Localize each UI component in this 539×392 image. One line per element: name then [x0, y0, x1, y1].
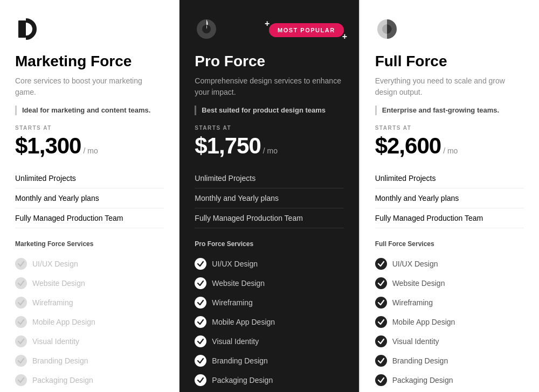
logo-area: MOST POPULAR [195, 17, 343, 43]
service-name: Branding Design [212, 356, 268, 365]
starts-at-label: STARTS AT [15, 125, 164, 131]
svg-rect-0 [18, 20, 26, 38]
service-item: Visual Identity [15, 332, 164, 351]
check-disabled-icon [15, 374, 27, 386]
check-enabled-icon [195, 297, 206, 309]
service-item: Packaging Design [15, 370, 164, 390]
logo-area [15, 17, 164, 43]
check-enabled-icon [375, 297, 387, 309]
price-row: $2,600/ mo [375, 133, 524, 159]
service-name: Website Design [392, 279, 445, 288]
service-name: Visual Identity [392, 337, 439, 346]
feature-item: Unlimited Projects [375, 169, 524, 188]
plan-card-marketing-force: Marketing ForceCore services to boost yo… [0, 0, 179, 392]
check-enabled-icon [375, 277, 387, 289]
plan-tagline: Best suited for product design teams [195, 106, 343, 115]
logo-area [375, 17, 524, 43]
service-item: UI/UX Design [375, 254, 524, 274]
check-enabled-icon [375, 316, 387, 328]
check-enabled-icon [195, 335, 206, 347]
plan-description: Comprehensive design services to enhance… [195, 75, 343, 98]
check-enabled-icon [195, 277, 206, 289]
features-list: Unlimited ProjectsMonthly and Yearly pla… [15, 169, 164, 228]
check-enabled-icon [195, 258, 206, 270]
features-list: Unlimited ProjectsMonthly and Yearly pla… [195, 169, 343, 228]
service-name: Wireframing [392, 298, 433, 307]
plan-card-pro-force: MOST POPULARPro ForceComprehensive desig… [179, 0, 359, 392]
features-list: Unlimited ProjectsMonthly and Yearly pla… [375, 169, 524, 228]
service-name: Branding Design [392, 356, 448, 365]
plan-tagline: Ideal for marketing and content teams. [15, 106, 164, 115]
service-name: Packaging Design [32, 376, 93, 384]
feature-item: Unlimited Projects [15, 169, 164, 188]
most-popular-badge: MOST POPULAR [269, 23, 344, 37]
service-item: Branding Design [195, 351, 343, 370]
service-name: Visual Identity [212, 337, 259, 346]
service-name: Wireframing [212, 298, 252, 307]
plan-description: Everything you need to scale and grow de… [375, 75, 524, 98]
check-enabled-icon [195, 355, 206, 367]
service-name: Packaging Design [212, 376, 273, 384]
service-item: Website Design [15, 274, 164, 293]
check-enabled-icon [195, 316, 206, 328]
check-enabled-icon [195, 374, 206, 386]
service-item: Digital Ads [195, 390, 343, 392]
service-item: Digital Ads [15, 390, 164, 392]
check-disabled-icon [15, 277, 27, 289]
price-period: / mo [263, 146, 278, 155]
service-item: Mobile App Design [195, 312, 343, 332]
services-label: Marketing Force Services [15, 240, 164, 248]
service-item: Packaging Design [375, 370, 524, 390]
service-item: Branding Design [15, 351, 164, 370]
plan-tagline: Enterprise and fast-growing teams. [375, 106, 524, 115]
service-name: UI/UX Design [32, 260, 78, 268]
check-disabled-icon [15, 335, 27, 347]
price-amount: $1,750 [195, 133, 260, 159]
service-name: Website Design [32, 279, 85, 288]
check-enabled-icon [375, 355, 387, 367]
service-name: Mobile App Design [392, 318, 455, 326]
service-item: Wireframing [375, 293, 524, 312]
price-period: / mo [443, 146, 458, 155]
price-amount: $2,600 [375, 133, 441, 159]
price-row: $1,750/ mo [195, 133, 343, 159]
service-name: Wireframing [32, 298, 73, 307]
check-disabled-icon [15, 258, 27, 270]
service-name: Mobile App Design [32, 318, 95, 326]
plan-logo [375, 17, 399, 43]
check-enabled-icon [375, 258, 387, 270]
service-item: Website Design [195, 274, 343, 293]
service-name: Branding Design [32, 356, 88, 365]
plan-name: Full Force [375, 53, 524, 70]
price-amount: $1,300 [15, 133, 81, 159]
price-row: $1,300/ mo [15, 133, 164, 159]
plan-card-full-force: Full ForceEverything you need to scale a… [360, 0, 539, 392]
service-name: UI/UX Design [392, 260, 438, 268]
services-label: Pro Force Services [195, 240, 343, 248]
service-name: Visual Identity [32, 337, 79, 346]
service-item: Mobile App Design [375, 312, 524, 332]
check-enabled-icon [375, 335, 387, 347]
plan-name: Pro Force [195, 53, 343, 70]
feature-item: Unlimited Projects [195, 169, 343, 188]
service-item: Wireframing [195, 293, 343, 312]
service-item: UI/UX Design [195, 254, 343, 274]
check-enabled-icon [375, 374, 387, 386]
feature-item: Fully Managed Production Team [375, 208, 524, 228]
plan-description: Core services to boost your marketing ga… [15, 75, 164, 98]
pricing-container: Marketing ForceCore services to boost yo… [0, 0, 539, 392]
plan-logo [195, 17, 218, 43]
service-item: Website Design [375, 274, 524, 293]
service-item: UI/UX Design [15, 254, 164, 274]
service-item: Visual Identity [375, 332, 524, 351]
price-period: / mo [83, 146, 98, 155]
plan-logo [15, 17, 39, 43]
services-label: Full Force Services [375, 240, 524, 248]
feature-item: Monthly and Yearly plans [15, 188, 164, 208]
service-item: Visual Identity [195, 332, 343, 351]
service-item: Packaging Design [195, 370, 343, 390]
service-name: UI/UX Design [212, 260, 258, 268]
plan-name: Marketing Force [15, 53, 164, 70]
feature-item: Monthly and Yearly plans [195, 188, 343, 208]
service-item: Mobile App Design [15, 312, 164, 332]
